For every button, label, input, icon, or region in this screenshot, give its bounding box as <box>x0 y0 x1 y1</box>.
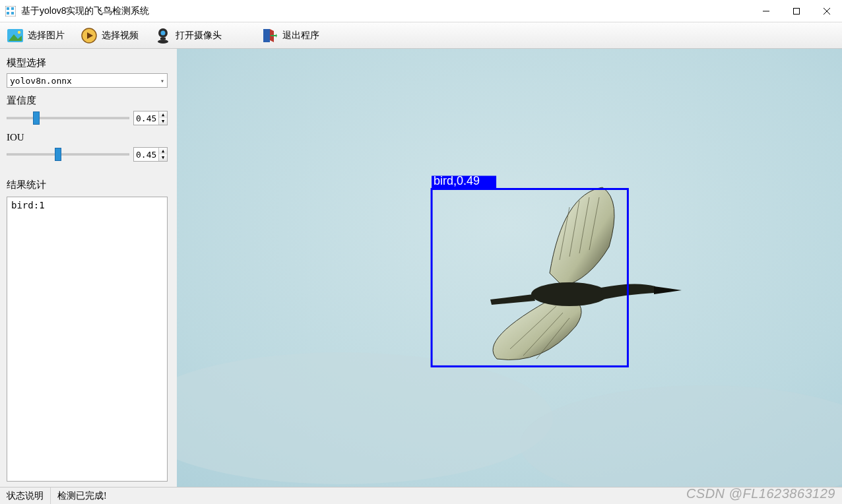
confidence-value: 0.45 <box>134 111 158 125</box>
svg-point-31 <box>531 282 608 306</box>
model-label: 模型选择 <box>7 57 168 69</box>
select-image-label: 选择图片 <box>28 30 65 42</box>
svg-rect-4 <box>11 12 14 15</box>
svg-point-15 <box>161 30 166 35</box>
model-select-value: yolov8n.onnx <box>10 76 72 86</box>
sidebar: 模型选择 yolov8n.onnx ▾ 置信度 0.45 ▲▼ IOU <box>0 49 174 487</box>
spin-down-icon[interactable]: ▼ <box>159 154 167 161</box>
open-camera-button[interactable]: 打开摄像头 <box>152 26 224 46</box>
confidence-slider[interactable] <box>7 111 129 125</box>
exit-label: 退出程序 <box>282 30 319 42</box>
iou-value: 0.45 <box>134 148 158 161</box>
window-title: 基于yolov8实现的飞鸟检测系统 <box>21 5 149 17</box>
spin-down-icon[interactable]: ▼ <box>159 118 167 125</box>
select-video-button[interactable]: 选择视频 <box>78 26 141 46</box>
select-image-button[interactable]: 选择图片 <box>4 26 67 46</box>
image-icon <box>7 27 24 44</box>
open-camera-label: 打开摄像头 <box>176 30 222 42</box>
svg-point-17 <box>158 40 168 44</box>
model-select[interactable]: yolov8n.onnx ▾ <box>7 73 168 88</box>
spin-up-icon[interactable]: ▲ <box>159 148 167 154</box>
svg-rect-2 <box>11 7 14 10</box>
maximize-button[interactable] <box>781 0 812 22</box>
close-button[interactable] <box>812 0 842 22</box>
iou-slider[interactable] <box>7 147 129 162</box>
iou-label: IOU <box>7 132 168 143</box>
select-video-label: 选择视频 <box>102 30 139 42</box>
app-icon <box>5 6 16 16</box>
titlebar: 基于yolov8实现的飞鸟检测系统 <box>0 0 842 22</box>
image-viewport: bird,0.49 <box>174 49 842 487</box>
detection-canvas: bird,0.49 <box>177 49 842 487</box>
svg-text:bird,0.49: bird,0.49 <box>434 174 480 187</box>
status-label: 状态说明 <box>0 488 51 504</box>
toolbar: 选择图片 选择视频 打开摄像头 <box>0 22 842 49</box>
confidence-spinbox[interactable]: 0.45 ▲▼ <box>133 111 168 125</box>
results-label: 结果统计 <box>7 179 168 191</box>
svg-rect-1 <box>7 7 9 10</box>
statusbar: 状态说明 检测已完成! <box>0 487 842 504</box>
confidence-label: 置信度 <box>7 94 168 107</box>
camera-icon <box>154 27 172 44</box>
exit-button[interactable]: 退出程序 <box>259 26 322 46</box>
exit-icon <box>261 27 278 44</box>
svg-rect-3 <box>7 12 9 15</box>
minimize-button[interactable] <box>751 0 781 22</box>
status-message: 检测已完成! <box>51 488 113 504</box>
iou-spinbox[interactable]: 0.45 ▲▼ <box>133 147 168 162</box>
play-icon <box>81 27 98 44</box>
chevron-down-icon: ▾ <box>160 77 164 84</box>
results-textbox[interactable]: bird:1 <box>7 197 168 482</box>
svg-point-11 <box>18 30 20 33</box>
svg-rect-16 <box>160 38 166 40</box>
svg-rect-18 <box>263 29 270 42</box>
svg-rect-6 <box>794 8 800 14</box>
spin-up-icon[interactable]: ▲ <box>159 111 167 118</box>
